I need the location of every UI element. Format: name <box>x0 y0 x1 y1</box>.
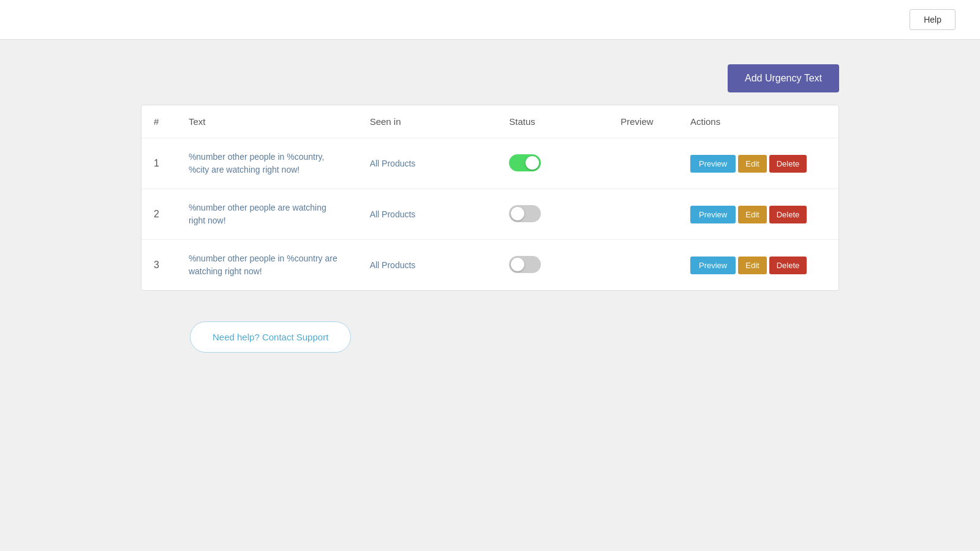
row-number: 1 <box>141 138 176 189</box>
urgency-table-container: # Text Seen in Status Preview Actions 1%… <box>141 105 839 291</box>
table-row: 3%number other people in %country are wa… <box>141 240 839 291</box>
row-text: %number other people are watching right … <box>176 189 358 240</box>
row-status <box>497 240 608 291</box>
action-buttons-group: PreviewEditDelete <box>690 257 826 274</box>
urgency-table: # Text Seen in Status Preview Actions 1%… <box>141 105 839 290</box>
delete-button[interactable]: Delete <box>769 257 807 274</box>
delete-button[interactable]: Delete <box>769 155 807 173</box>
col-header-status: Status <box>497 105 608 138</box>
row-status <box>497 138 608 189</box>
col-header-text: Text <box>176 105 358 138</box>
row-actions-cell: PreviewEditDelete <box>678 189 839 240</box>
preview-button[interactable]: Preview <box>690 206 736 223</box>
help-button[interactable]: Help <box>910 9 956 30</box>
preview-button[interactable]: Preview <box>690 257 736 274</box>
col-header-seen-in: Seen in <box>358 105 497 138</box>
table-row: 1%number other people in %country, %city… <box>141 138 839 189</box>
header: Help <box>0 0 980 40</box>
row-actions-cell: PreviewEditDelete <box>678 240 839 291</box>
row-preview-cell <box>608 138 678 189</box>
status-toggle[interactable] <box>509 154 541 171</box>
table-row: 2%number other people are watching right… <box>141 189 839 240</box>
row-status <box>497 189 608 240</box>
status-toggle[interactable] <box>509 205 541 222</box>
contact-support-button[interactable]: Need help? Contact Support <box>190 321 351 353</box>
action-buttons-group: PreviewEditDelete <box>690 206 826 223</box>
add-urgency-button[interactable]: Add Urgency Text <box>728 64 839 92</box>
row-seen-in: All Products <box>358 189 497 240</box>
action-row: Add Urgency Text <box>141 64 839 92</box>
col-header-preview: Preview <box>608 105 678 138</box>
edit-button[interactable]: Edit <box>738 155 766 173</box>
row-number: 2 <box>141 189 176 240</box>
col-header-num: # <box>141 105 176 138</box>
row-actions-cell: PreviewEditDelete <box>678 138 839 189</box>
table-header-row: # Text Seen in Status Preview Actions <box>141 105 839 138</box>
toggle-knob <box>511 258 524 271</box>
row-number: 3 <box>141 240 176 291</box>
edit-button[interactable]: Edit <box>738 206 766 223</box>
row-seen-in: All Products <box>358 138 497 189</box>
delete-button[interactable]: Delete <box>769 206 807 223</box>
row-preview-cell <box>608 189 678 240</box>
support-row: Need help? Contact Support <box>141 321 839 353</box>
toggle-knob <box>526 156 539 170</box>
row-preview-cell <box>608 240 678 291</box>
edit-button[interactable]: Edit <box>738 257 766 274</box>
main-content: Add Urgency Text # Text Seen in Status P… <box>0 40 980 377</box>
preview-button[interactable]: Preview <box>690 155 736 173</box>
row-text: %number other people in %country, %city … <box>176 138 358 189</box>
status-toggle[interactable] <box>509 256 541 273</box>
row-text: %number other people in %country are wat… <box>176 240 358 291</box>
action-buttons-group: PreviewEditDelete <box>690 155 826 173</box>
col-header-actions: Actions <box>678 105 839 138</box>
toggle-knob <box>511 207 524 220</box>
row-seen-in: All Products <box>358 240 497 291</box>
